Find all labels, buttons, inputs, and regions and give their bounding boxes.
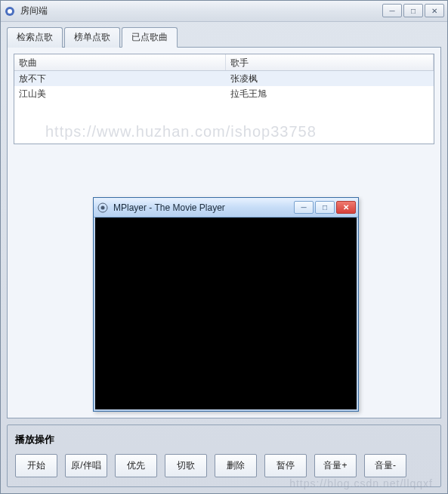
close-icon: ✕ xyxy=(431,7,437,15)
mplayer-maximize-button[interactable]: □ xyxy=(315,201,335,214)
client-area: 检索点歌 榜单点歌 已点歌曲 歌曲 歌手 放不下 张凌枫 江山美 拉毛王旭 ht… xyxy=(1,22,447,493)
playback-buttons: 开始 原/伴唱 优先 切歌 删除 暂停 音量+ 音量- xyxy=(15,454,433,477)
tab-label: 已点歌曲 xyxy=(131,32,168,42)
volume-up-button[interactable]: 音量+ xyxy=(314,454,357,477)
mplayer-title: MPlayer - The Movie Player xyxy=(113,202,225,213)
maximize-button[interactable]: □ xyxy=(403,4,423,17)
start-button[interactable]: 开始 xyxy=(15,454,57,477)
close-icon: ✕ xyxy=(343,203,349,211)
delete-button[interactable]: 删除 xyxy=(215,454,257,477)
maximize-icon: □ xyxy=(323,203,327,211)
mplayer-close-button[interactable]: ✕ xyxy=(336,201,356,214)
tab-label: 检索点歌 xyxy=(17,32,53,42)
cell-singer: 张凌枫 xyxy=(226,71,434,87)
svg-point-3 xyxy=(101,205,105,209)
playback-legend: 播放操作 xyxy=(15,433,433,446)
mplayer-minimize-button[interactable]: ─ xyxy=(294,201,314,214)
window-controls: ─ □ ✕ xyxy=(382,4,444,17)
song-table: 歌曲 歌手 放不下 张凌枫 江山美 拉毛王旭 xyxy=(14,54,434,144)
tab-selected-song[interactable]: 已点歌曲 xyxy=(122,27,178,48)
tab-panel: 歌曲 歌手 放不下 张凌枫 江山美 拉毛王旭 https://www.huzha… xyxy=(7,47,441,418)
mplayer-video-area[interactable] xyxy=(94,218,358,411)
mplayer-titlebar[interactable]: MPlayer - The Movie Player ─ □ ✕ xyxy=(94,198,358,218)
table-row[interactable]: 放不下 张凌枫 xyxy=(14,71,434,86)
mplayer-icon xyxy=(97,202,109,214)
minimize-button[interactable]: ─ xyxy=(382,4,402,17)
mplayer-controls: ─ □ ✕ xyxy=(294,201,356,214)
tab-rank-song[interactable]: 榜单点歌 xyxy=(64,27,120,48)
tab-search-song[interactable]: 检索点歌 xyxy=(7,27,63,48)
window-title: 房间端 xyxy=(20,5,48,17)
cell-singer: 拉毛王旭 xyxy=(226,86,434,102)
priority-button[interactable]: 优先 xyxy=(115,454,157,477)
pause-button[interactable]: 暂停 xyxy=(264,454,307,477)
volume-down-button[interactable]: 音量- xyxy=(364,454,406,477)
table-header: 歌曲 歌手 xyxy=(14,54,434,71)
cell-song: 江山美 xyxy=(14,86,226,102)
table-row[interactable]: 江山美 拉毛王旭 xyxy=(14,86,434,101)
main-window: 房间端 ─ □ ✕ 检索点歌 榜单点歌 已点歌曲 歌曲 歌手 放不下 张凌枫 xyxy=(0,0,448,494)
app-icon xyxy=(4,5,16,17)
minimize-icon: ─ xyxy=(389,7,394,15)
svg-point-1 xyxy=(8,9,12,14)
minimize-icon: ─ xyxy=(301,203,306,211)
tab-label: 榜单点歌 xyxy=(74,32,110,42)
maximize-icon: □ xyxy=(411,7,416,15)
col-header-song[interactable]: 歌曲 xyxy=(14,54,226,70)
titlebar[interactable]: 房间端 ─ □ ✕ xyxy=(1,1,447,22)
close-button[interactable]: ✕ xyxy=(425,4,444,17)
playback-group: 播放操作 开始 原/伴唱 优先 切歌 删除 暂停 音量+ 音量- xyxy=(7,425,441,487)
cell-song: 放不下 xyxy=(14,71,226,87)
mplayer-window[interactable]: MPlayer - The Movie Player ─ □ ✕ xyxy=(93,197,359,412)
cut-song-button[interactable]: 切歌 xyxy=(165,454,207,477)
col-header-singer[interactable]: 歌手 xyxy=(226,54,434,70)
original-accompaniment-button[interactable]: 原/伴唱 xyxy=(65,454,107,477)
tabstrip: 检索点歌 榜单点歌 已点歌曲 xyxy=(7,26,441,47)
